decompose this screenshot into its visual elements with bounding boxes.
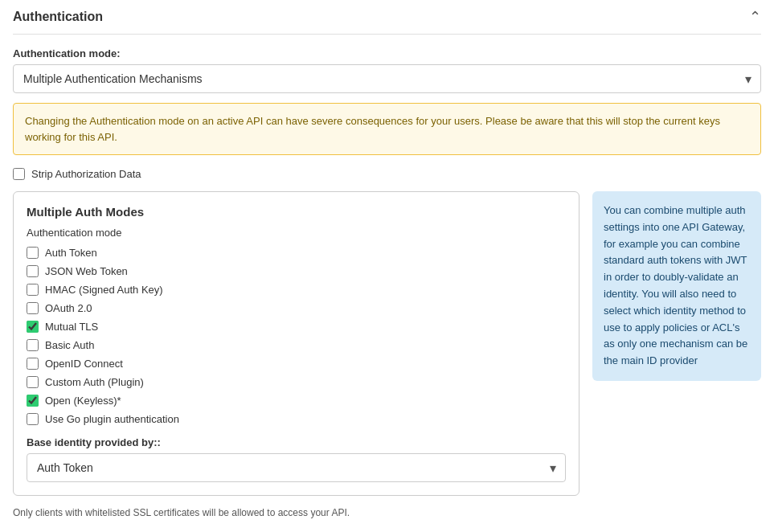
auth-mode-group: Authentication mode: Multiple Authentica…: [13, 47, 761, 93]
list-item: Mutual TLS: [27, 321, 566, 333]
json-web-token-label[interactable]: JSON Web Token: [45, 265, 128, 277]
info-text: You can combine multiple auth settings i…: [604, 204, 747, 366]
auth-token-label[interactable]: Auth Token: [45, 247, 97, 259]
strip-auth-row: Strip Authorization Data: [13, 168, 761, 180]
auth-mode-label: Authentication mode:: [13, 47, 761, 59]
list-item: Auth Token: [27, 247, 566, 259]
bottom-note: Only clients with whitelisted SSL certif…: [13, 507, 761, 518]
strip-auth-checkbox[interactable]: [13, 168, 25, 180]
mutual-tls-label[interactable]: Mutual TLS: [45, 321, 98, 333]
auth-token-checkbox[interactable]: [27, 247, 39, 259]
auth-mode-select-wrapper: Multiple Authentication MechanismsAuth T…: [13, 64, 761, 93]
auth-mode-subheading: Authentication mode: [27, 227, 566, 239]
openid-connect-checkbox[interactable]: [27, 358, 39, 370]
list-item: Basic Auth: [27, 339, 566, 351]
hmac-label[interactable]: HMAC (Signed Auth Key): [45, 284, 163, 296]
list-item: JSON Web Token: [27, 265, 566, 277]
custom-auth-label[interactable]: Custom Auth (Plugin): [45, 376, 144, 388]
mutual-tls-checkbox[interactable]: [27, 321, 39, 333]
basic-auth-checkbox[interactable]: [27, 339, 39, 351]
basic-auth-label[interactable]: Basic Auth: [45, 339, 94, 351]
open-keyless-checkbox[interactable]: [27, 395, 39, 407]
open-keyless-label[interactable]: Open (Keyless)*: [45, 395, 121, 407]
base-identity-select-wrapper: Auth TokenJSON Web TokenHMAC (Signed Aut…: [27, 453, 566, 482]
oauth-checkbox[interactable]: [27, 302, 39, 314]
warning-box: Changing the Authentication mode on an a…: [13, 103, 761, 155]
list-item: Custom Auth (Plugin): [27, 376, 566, 388]
section-header: Authentication ⌃: [13, 8, 761, 35]
auth-modes-box: Multiple Auth Modes Authentication mode …: [13, 191, 579, 496]
page-container: Authentication ⌃ Authentication mode: Mu…: [0, 0, 774, 531]
base-identity-label: Base identity provided by::: [27, 436, 566, 448]
list-item: Open (Keyless)*: [27, 395, 566, 407]
chevron-up-icon[interactable]: ⌃: [749, 8, 761, 26]
go-plugin-checkbox[interactable]: [27, 413, 39, 425]
list-item: OpenID Connect: [27, 358, 566, 370]
go-plugin-label[interactable]: Use Go plugin authentication: [45, 413, 179, 425]
list-item: HMAC (Signed Auth Key): [27, 284, 566, 296]
auth-mode-select[interactable]: Multiple Authentication MechanismsAuth T…: [13, 64, 761, 93]
openid-connect-label[interactable]: OpenID Connect: [45, 358, 123, 370]
hmac-checkbox[interactable]: [27, 284, 39, 296]
custom-auth-checkbox[interactable]: [27, 376, 39, 388]
main-content-row: Multiple Auth Modes Authentication mode …: [13, 191, 761, 496]
base-identity-select[interactable]: Auth TokenJSON Web TokenHMAC (Signed Aut…: [27, 453, 566, 482]
warning-text: Changing the Authentication mode on an a…: [25, 115, 720, 143]
strip-auth-label[interactable]: Strip Authorization Data: [31, 168, 141, 180]
auth-options-list: Auth Token JSON Web Token HMAC (Signed A…: [27, 247, 566, 425]
info-box: You can combine multiple auth settings i…: [592, 191, 761, 381]
section-title: Authentication: [13, 10, 103, 24]
json-web-token-checkbox[interactable]: [27, 265, 39, 277]
list-item: Use Go plugin authentication: [27, 413, 566, 425]
list-item: OAuth 2.0: [27, 302, 566, 314]
oauth-label[interactable]: OAuth 2.0: [45, 302, 92, 314]
auth-modes-title: Multiple Auth Modes: [27, 205, 566, 219]
